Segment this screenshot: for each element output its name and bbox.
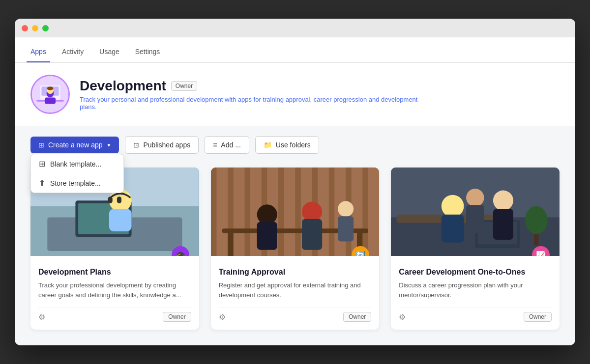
app-card-training: 🔄 Training Approval Register and get app… bbox=[211, 168, 380, 330]
card-title-dev-plans: Development Plans bbox=[38, 268, 191, 277]
settings-icon-dev-plans[interactable]: ⚙ bbox=[38, 312, 45, 322]
svg-rect-23 bbox=[278, 168, 284, 256]
owner-badge: Owner bbox=[171, 81, 197, 91]
card-footer-training: ⚙ Owner bbox=[219, 308, 372, 322]
add-icon: ≡ bbox=[213, 141, 217, 149]
svg-rect-16 bbox=[117, 196, 121, 203]
use-folders-button[interactable]: 📁 Use folders bbox=[255, 136, 319, 154]
svg-rect-14 bbox=[109, 209, 132, 231]
card-title-training: Training Approval bbox=[219, 268, 372, 277]
folder-icon: 📁 bbox=[264, 141, 272, 149]
add-button[interactable]: ≡ Add ... bbox=[205, 136, 249, 154]
owner-tag-training: Owner bbox=[343, 312, 371, 322]
card-body-career: Career Development One-to-Ones Discuss a… bbox=[391, 256, 560, 330]
dropdown-caret-icon: ▼ bbox=[107, 142, 112, 148]
app-card-career: 📈 Career Development One-to-Ones Discuss… bbox=[391, 168, 560, 330]
svg-rect-37 bbox=[338, 216, 354, 241]
workspace-title: Development Owner bbox=[80, 78, 424, 94]
settings-icon-career[interactable]: ⚙ bbox=[399, 312, 406, 322]
blank-template-item[interactable]: ⊞ Blank template... bbox=[31, 154, 123, 173]
card-image-training: 🔄 bbox=[211, 168, 380, 256]
main-content: Development Owner Track your personal an… bbox=[15, 63, 575, 345]
avatar-illustration bbox=[32, 76, 68, 112]
blank-template-icon: ⊞ bbox=[39, 159, 45, 168]
workspace-description: Track your personal and professional dev… bbox=[80, 96, 424, 111]
svg-rect-47 bbox=[493, 209, 513, 240]
store-template-item[interactable]: ⬆ Store template... bbox=[31, 173, 123, 193]
tab-bar: Apps Activity Usage Settings bbox=[15, 37, 575, 63]
workspace-header: Development Owner Track your personal an… bbox=[15, 63, 575, 126]
card-image-career: 📈 bbox=[391, 168, 560, 256]
card-body-dev-plans: Development Plans Track your professiona… bbox=[30, 256, 199, 330]
svg-rect-35 bbox=[302, 219, 322, 250]
svg-point-34 bbox=[302, 201, 322, 222]
published-apps-button[interactable]: ⊡ Published apps bbox=[125, 136, 199, 154]
published-icon: ⊡ bbox=[133, 141, 139, 149]
card-footer-dev-plans: ⚙ Owner bbox=[38, 308, 191, 322]
create-new-app-button[interactable]: ⊞ Create a new app ▼ bbox=[30, 137, 119, 153]
card-title-career: Career Development One-to-Ones bbox=[399, 268, 552, 277]
owner-tag-career: Owner bbox=[524, 312, 552, 322]
card-desc-career: Discuss a career progression plan with y… bbox=[399, 280, 552, 300]
career-illustration bbox=[391, 168, 560, 256]
close-button[interactable] bbox=[22, 25, 28, 31]
svg-rect-49 bbox=[466, 205, 484, 233]
svg-rect-30 bbox=[228, 233, 233, 256]
svg-point-51 bbox=[525, 206, 548, 234]
card-body-training: Training Approval Register and get appro… bbox=[211, 256, 380, 330]
tab-usage[interactable]: Usage bbox=[95, 48, 123, 62]
svg-point-36 bbox=[338, 201, 354, 217]
svg-rect-5 bbox=[45, 97, 56, 104]
owner-tag-dev-plans: Owner bbox=[163, 312, 191, 322]
svg-rect-15 bbox=[108, 196, 113, 203]
svg-point-44 bbox=[442, 195, 464, 218]
svg-rect-28 bbox=[362, 168, 368, 256]
svg-point-46 bbox=[493, 191, 513, 211]
settings-icon-training[interactable]: ⚙ bbox=[219, 312, 226, 322]
store-template-icon: ⬆ bbox=[39, 178, 45, 188]
titlebar bbox=[15, 19, 575, 37]
maximize-button[interactable] bbox=[42, 25, 49, 31]
svg-point-7 bbox=[47, 86, 54, 90]
svg-rect-21 bbox=[244, 168, 250, 256]
svg-rect-45 bbox=[442, 215, 464, 243]
tab-apps[interactable]: Apps bbox=[27, 48, 50, 62]
create-dropdown-menu: ⊞ Blank template... ⬆ Store template... bbox=[30, 154, 124, 193]
svg-rect-26 bbox=[329, 168, 334, 256]
tab-settings[interactable]: Settings bbox=[131, 48, 164, 62]
app-window: Apps Activity Usage Settings bbox=[15, 19, 575, 345]
training-illustration bbox=[211, 168, 380, 256]
create-icon: ⊞ bbox=[38, 141, 44, 149]
card-desc-dev-plans: Track your professional development by c… bbox=[38, 280, 191, 300]
workspace-avatar bbox=[30, 75, 70, 114]
toolbar: ⊞ Create a new app ▼ ⊡ Published apps ≡ … bbox=[15, 126, 575, 164]
svg-point-32 bbox=[257, 204, 277, 224]
workspace-info: Development Owner Track your personal an… bbox=[80, 78, 424, 111]
svg-point-48 bbox=[466, 189, 484, 207]
svg-rect-24 bbox=[295, 168, 300, 256]
minimize-button[interactable] bbox=[32, 25, 38, 31]
svg-rect-33 bbox=[257, 222, 277, 250]
tab-activity[interactable]: Activity bbox=[58, 48, 88, 62]
svg-rect-19 bbox=[211, 168, 216, 256]
card-desc-training: Register and get approval for external t… bbox=[219, 280, 372, 300]
card-footer-career: ⚙ Owner bbox=[399, 308, 552, 322]
